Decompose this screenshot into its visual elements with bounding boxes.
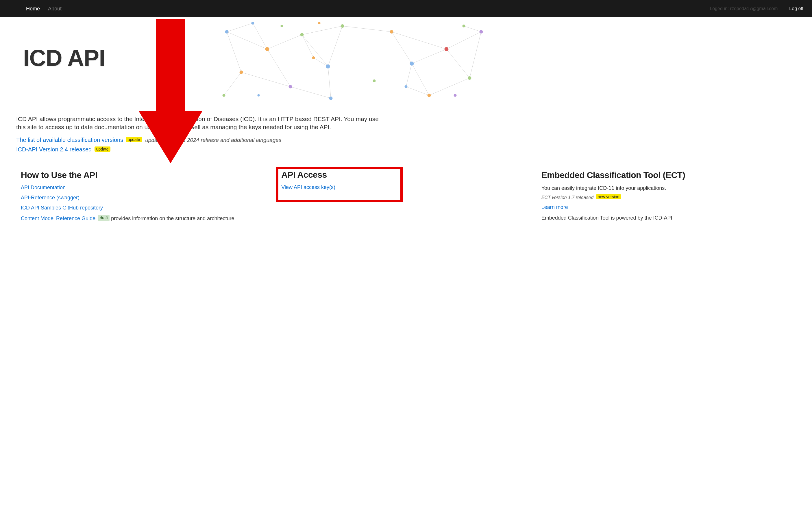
ect-column: Embedded Classification Tool (ECT) You c… xyxy=(541,170,796,222)
svg-point-39 xyxy=(427,93,431,97)
svg-line-17 xyxy=(392,32,447,49)
svg-line-16 xyxy=(429,78,470,96)
svg-point-42 xyxy=(251,22,255,25)
login-status: Loged in: rzepeda17@gmail.com xyxy=(710,6,778,11)
svg-line-2 xyxy=(302,35,328,67)
ect-footer: Embedded Classification Tool is powered … xyxy=(541,215,796,222)
svg-point-43 xyxy=(312,56,315,59)
svg-line-15 xyxy=(470,32,481,78)
api-documentation-link[interactable]: API Documentation xyxy=(21,185,275,191)
ect-learn-more-link[interactable]: Learn more xyxy=(541,204,796,210)
draft-badge: draft xyxy=(98,215,110,221)
classification-versions-link[interactable]: The list of available classification ver… xyxy=(16,137,123,143)
svg-point-31 xyxy=(289,85,292,88)
svg-line-20 xyxy=(253,23,267,49)
svg-line-9 xyxy=(328,26,343,67)
update-badge: update xyxy=(126,137,142,142)
view-api-keys-link[interactable]: View API access key(s) xyxy=(281,184,397,190)
svg-point-41 xyxy=(222,94,226,97)
svg-line-21 xyxy=(227,23,253,32)
api-samples-github-link[interactable]: ICD API Samples GitHub repository xyxy=(21,205,275,211)
svg-point-29 xyxy=(300,33,304,36)
svg-line-6 xyxy=(291,87,331,98)
svg-line-11 xyxy=(412,49,447,63)
svg-line-0 xyxy=(227,32,267,49)
svg-point-40 xyxy=(480,30,483,33)
api-access-column: API Access View API access key(s) xyxy=(281,170,535,222)
svg-point-30 xyxy=(326,64,330,69)
update-note: updated with the 2024 release and additi… xyxy=(145,137,281,143)
version-released-link[interactable]: ICD-API Version 2.4 released xyxy=(16,146,92,152)
update-badge: update xyxy=(95,146,111,152)
svg-point-48 xyxy=(258,94,260,97)
svg-point-27 xyxy=(225,30,229,33)
svg-line-5 xyxy=(241,72,291,87)
how-to-use-heading: How to Use the API xyxy=(21,170,275,180)
svg-point-32 xyxy=(240,71,243,74)
svg-point-34 xyxy=(341,24,344,28)
api-access-highlight: API Access View API access key(s) xyxy=(276,167,403,202)
ect-version-note: ECT version 1.7 released xyxy=(541,195,594,200)
svg-point-35 xyxy=(390,30,393,33)
nav-about[interactable]: About xyxy=(48,6,61,12)
svg-point-45 xyxy=(405,85,408,88)
new-version-badge: new version xyxy=(596,194,621,199)
top-navbar: Home About Loged in: rzepeda17@gmail.com… xyxy=(0,0,812,17)
svg-point-50 xyxy=(454,94,457,97)
svg-point-47 xyxy=(318,22,321,24)
svg-line-12 xyxy=(447,49,470,78)
svg-line-8 xyxy=(302,26,343,35)
api-access-heading: API Access xyxy=(281,170,397,180)
svg-point-49 xyxy=(373,79,376,82)
svg-point-33 xyxy=(329,97,333,100)
svg-point-46 xyxy=(281,25,283,27)
api-reference-swagger-link[interactable]: API-Reference (swagger) xyxy=(21,195,275,201)
hero-banner: ICD API xyxy=(0,17,812,107)
svg-line-25 xyxy=(406,87,429,96)
ect-description: You can easily integrate ICD-11 into you… xyxy=(541,185,796,192)
svg-line-18 xyxy=(224,72,241,96)
intro-text: ICD API allows programmatic access to th… xyxy=(16,115,389,131)
svg-point-44 xyxy=(463,25,465,27)
svg-line-4 xyxy=(227,32,241,72)
svg-line-22 xyxy=(314,58,328,67)
svg-line-7 xyxy=(328,67,331,98)
content-model-suffix: provides information on the structure an… xyxy=(110,216,234,221)
svg-line-23 xyxy=(302,35,314,58)
network-graphic xyxy=(0,17,812,107)
svg-point-37 xyxy=(445,47,449,51)
svg-line-19 xyxy=(343,26,392,32)
svg-line-14 xyxy=(447,32,481,49)
ect-heading: Embedded Classification Tool (ECT) xyxy=(541,170,796,180)
page-title: ICD API xyxy=(23,45,105,71)
svg-line-1 xyxy=(267,35,302,49)
content-model-guide-link[interactable]: Content Model Reference Guide xyxy=(21,216,96,221)
svg-line-24 xyxy=(464,26,481,32)
svg-line-13 xyxy=(412,63,429,96)
svg-line-26 xyxy=(406,63,412,87)
svg-point-28 xyxy=(265,47,270,51)
svg-point-36 xyxy=(410,61,414,65)
nav-home[interactable]: Home xyxy=(26,6,40,12)
svg-line-10 xyxy=(392,32,412,63)
svg-point-38 xyxy=(468,76,472,80)
how-to-use-column: How to Use the API API Documentation API… xyxy=(21,170,275,222)
logoff-link[interactable]: Log off xyxy=(789,6,803,11)
